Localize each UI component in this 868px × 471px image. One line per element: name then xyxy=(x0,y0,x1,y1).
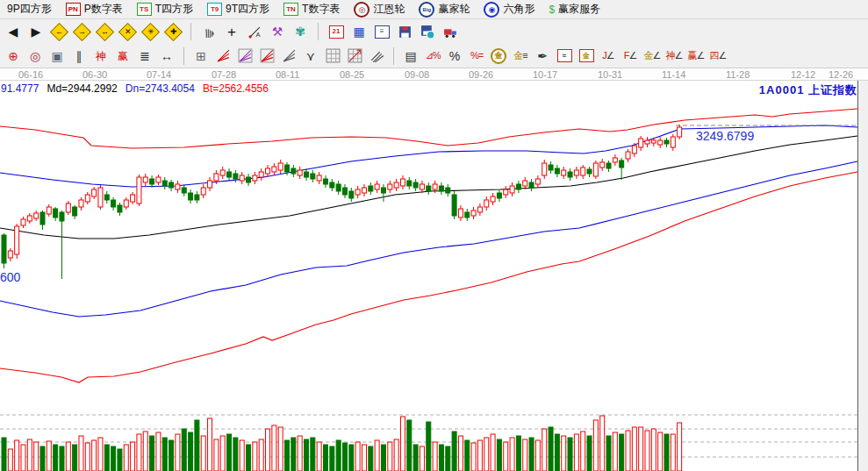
calculator-button[interactable]: ▦ xyxy=(349,22,369,41)
tool-dot-circle[interactable]: ◎ xyxy=(25,46,45,66)
tool-gold-angle[interactable]: 金∠ xyxy=(642,46,662,66)
date-axis: 06-1606-3007-1407-2808-1108-2509-0809-26… xyxy=(0,68,868,81)
candle-body xyxy=(542,163,547,175)
candle-body xyxy=(620,161,624,168)
hand-tool-button[interactable] xyxy=(199,22,219,41)
menu-gann-wheel[interactable]: ◎江恩轮 xyxy=(354,2,405,18)
tool-angle-fan[interactable] xyxy=(279,46,298,66)
volume-bar xyxy=(124,445,128,471)
candle-body xyxy=(124,200,128,207)
tool-shen-angle[interactable]: 神∠ xyxy=(664,46,684,66)
candle-body xyxy=(227,172,232,177)
tool-wave[interactable]: ≈ xyxy=(555,46,574,66)
calendar-button[interactable]: 21 xyxy=(326,22,346,41)
diamond-cross-button[interactable]: ✚ xyxy=(163,22,183,41)
tool-gann-fan[interactable] xyxy=(213,46,233,66)
candle-body xyxy=(21,219,25,225)
crosshair-tool-button[interactable]: + xyxy=(222,22,241,41)
tool-gold-circle[interactable]: 金 xyxy=(489,46,508,66)
tool-gann-circle[interactable]: ⊕ xyxy=(4,46,23,66)
tool-percent-eq[interactable]: %= xyxy=(467,46,486,66)
tool-v-wave[interactable]: ⋎ xyxy=(301,46,320,66)
tool-ying-angle[interactable]: 赢∠ xyxy=(686,46,706,66)
tool-percent[interactable]: % xyxy=(445,46,464,66)
volume-bar xyxy=(613,432,617,471)
data-transfer-button[interactable] xyxy=(441,22,460,41)
tool-dot-square[interactable]: ▣ xyxy=(47,46,67,66)
candle-body xyxy=(568,172,572,177)
volume-bar xyxy=(574,434,578,471)
tool-grid-arrow[interactable] xyxy=(345,46,364,66)
candle-body xyxy=(471,211,476,216)
diamond-h-expand-button[interactable]: ↔ xyxy=(95,22,114,41)
tool-brush[interactable]: ✒ xyxy=(533,46,552,66)
diamond-left-button[interactable]: ← xyxy=(49,22,68,41)
tool-shen[interactable]: 神 xyxy=(91,46,111,66)
tool-j-angle[interactable]: J∠ xyxy=(599,46,618,66)
menu-9p-square[interactable]: 9P四方形 xyxy=(7,2,52,17)
candle-body xyxy=(671,137,675,147)
forward-button[interactable]: ▶ xyxy=(26,22,46,41)
date-tick-09-26: 09-26 xyxy=(469,69,493,80)
candle-body xyxy=(143,177,147,182)
tool-gold-lines[interactable]: 金≡ xyxy=(511,46,530,66)
menu-hexagon[interactable]: ◉六角形 xyxy=(484,2,534,18)
volume-bar xyxy=(266,429,270,471)
chart-canvas[interactable]: 3249.6799600 xyxy=(0,81,868,471)
toolbar-separator xyxy=(190,23,191,40)
candle-body xyxy=(8,251,12,258)
candle-body xyxy=(285,165,290,172)
date-tick-06-30: 06-30 xyxy=(82,69,107,80)
indicator-segment-1: Md=2944.2992 xyxy=(47,82,117,95)
menu-t-square[interactable]: TST四方形 xyxy=(137,2,193,17)
tool-ying[interactable]: 赢 xyxy=(113,46,133,66)
tool-fan-purple[interactable] xyxy=(235,46,255,66)
tool-gold-red[interactable]: 金 xyxy=(577,46,596,66)
diamond-right-button[interactable]: → xyxy=(72,22,91,41)
tool-triangle-percent[interactable]: ⊿% xyxy=(423,46,442,66)
volume-bar xyxy=(8,449,12,471)
tool-fan-red[interactable] xyxy=(257,46,276,66)
chart-area[interactable]: 3249.6799600 91.4777Md=2944.2992Dn=2743.… xyxy=(0,81,868,471)
menu-t-number-table[interactable]: TNT数字表 xyxy=(283,2,340,17)
volume-bar xyxy=(433,442,437,471)
diamond-x-button[interactable]: ✕ xyxy=(118,22,137,41)
tool-f-angle[interactable]: F∠ xyxy=(621,46,640,66)
notepad-button[interactable]: ≡ xyxy=(372,22,391,41)
menu-p-number-table[interactable]: PNP数字表 xyxy=(66,2,123,17)
candle-body xyxy=(2,235,6,263)
menu-t-square-label: T四方形 xyxy=(155,2,193,17)
menu-9t-square[interactable]: T99T四方形 xyxy=(207,2,269,17)
volume-bar xyxy=(104,445,109,471)
toolbar-separator xyxy=(318,23,319,40)
candle-body xyxy=(349,191,354,198)
volume-bar xyxy=(568,438,572,471)
back-button[interactable]: ◀ xyxy=(4,22,23,41)
tool-width-measure[interactable]: ↔ xyxy=(157,46,176,66)
volume-bar xyxy=(407,420,412,471)
candle-body xyxy=(150,179,154,184)
menu-winner-wheel[interactable]: Big赢家轮 xyxy=(419,2,470,18)
candle-body xyxy=(85,195,90,202)
diamond-star-button[interactable]: ✳ xyxy=(140,22,160,41)
volume-bar xyxy=(233,438,238,471)
knot-tool-button[interactable]: ✾ xyxy=(291,22,310,41)
tool-parallel-lines[interactable] xyxy=(367,46,386,66)
menu-winner-service[interactable]: $赢家服务 xyxy=(549,2,600,17)
volume-bar xyxy=(465,440,470,471)
tool-rect-handles[interactable]: ⊞ xyxy=(191,46,211,66)
trendline-tool-button[interactable]: A xyxy=(245,22,264,41)
tool-si-angle[interactable]: 四∠ xyxy=(708,46,728,66)
tool-percent-lines[interactable]: ∥ xyxy=(69,46,89,66)
volume-bar xyxy=(285,440,290,471)
tool-histogram[interactable]: ▤ xyxy=(401,46,420,66)
tool-ruler[interactable]: ≣ xyxy=(135,46,154,66)
candle-body xyxy=(272,167,276,172)
save-button[interactable] xyxy=(395,22,414,41)
tool-grid[interactable] xyxy=(323,46,342,66)
volume-bar xyxy=(523,439,527,471)
volume-bar xyxy=(427,422,431,471)
candle-body xyxy=(600,162,605,168)
save-export-button[interactable] xyxy=(418,22,437,41)
pick-tool-button[interactable]: ⚒ xyxy=(268,22,287,41)
